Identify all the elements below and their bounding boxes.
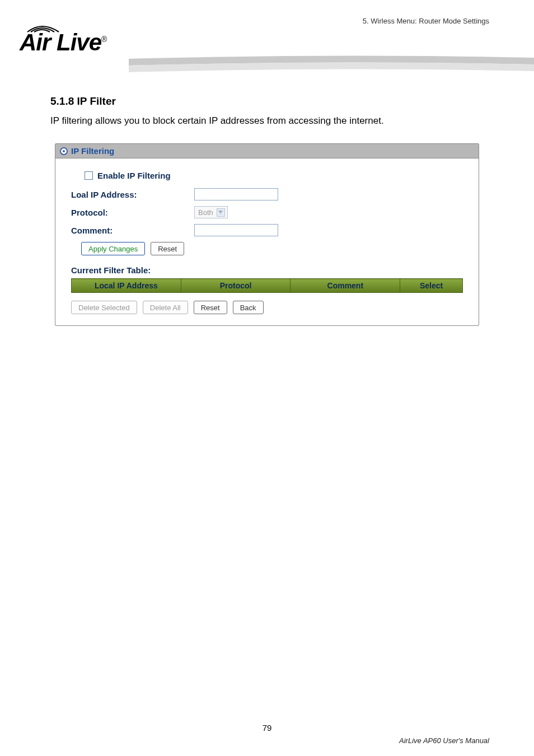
reset-table-button[interactable]: Reset xyxy=(194,301,227,314)
page-number: 79 xyxy=(0,723,534,732)
header-swoosh-decoration xyxy=(129,53,534,76)
col-select: Select xyxy=(400,279,463,293)
back-button[interactable]: Back xyxy=(233,301,264,314)
enable-ip-filtering-label: Enable IP Filtering xyxy=(97,171,171,180)
manual-reference: AirLive AP60 User's Manual xyxy=(399,736,489,745)
col-local-ip: Local IP Address xyxy=(72,279,181,293)
delete-all-button[interactable]: Delete All xyxy=(143,301,188,314)
panel-title: IP Filtering xyxy=(71,146,114,156)
delete-selected-button[interactable]: Delete Selected xyxy=(71,301,137,314)
logo-text: Air Live xyxy=(20,29,101,55)
panel-header: IP Filtering xyxy=(55,144,479,158)
comment-label: Comment: xyxy=(71,226,194,235)
target-icon xyxy=(60,147,68,155)
local-ip-label: Loal IP Address: xyxy=(71,190,194,199)
registered-mark: ® xyxy=(101,35,106,44)
col-protocol: Protocol xyxy=(181,279,291,293)
chapter-reference: 5. Wirless Menu: Router Mode Settings xyxy=(363,17,489,25)
reset-button[interactable]: Reset xyxy=(151,242,184,255)
enable-ip-filtering-checkbox[interactable] xyxy=(85,171,93,180)
protocol-label: Protocol: xyxy=(71,208,194,217)
chevron-down-icon xyxy=(217,208,225,217)
apply-changes-button[interactable]: Apply Changes xyxy=(81,242,145,255)
protocol-select[interactable]: Both xyxy=(194,206,228,218)
col-comment: Comment xyxy=(291,279,400,293)
local-ip-input[interactable] xyxy=(194,188,278,200)
ip-filtering-panel: IP Filtering Enable IP Filtering Loal IP… xyxy=(55,143,479,326)
current-filter-table: Local IP Address Protocol Comment Select xyxy=(71,278,463,293)
section-heading: 5.1.8 IP Filter xyxy=(50,95,484,108)
filter-table-title: Current Filter Table: xyxy=(71,265,463,275)
comment-input[interactable] xyxy=(194,224,278,236)
protocol-selected-value: Both xyxy=(198,208,213,217)
section-intro-text: IP filtering allows you to block certain… xyxy=(50,115,484,127)
brand-logo: Air Live® xyxy=(20,20,106,54)
